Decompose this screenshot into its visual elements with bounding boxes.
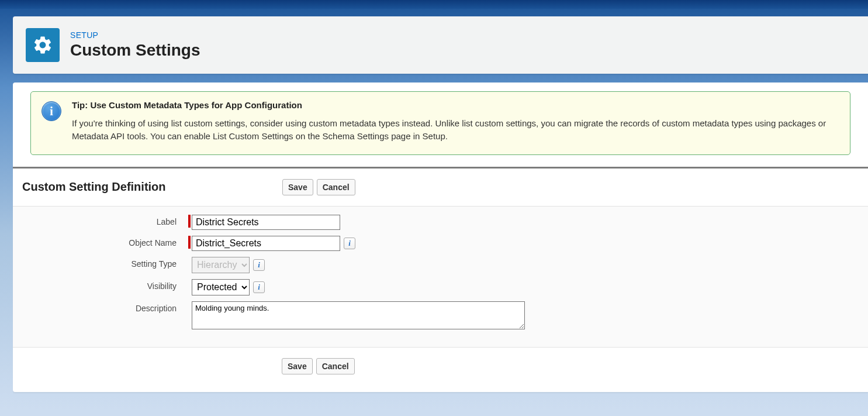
header-text: SETUP Custom Settings [70, 30, 200, 60]
description-textarea[interactable] [192, 301, 525, 329]
setting-type-select: Hierarchy [192, 257, 250, 273]
row-setting-type: Setting Type Hierarchy i [13, 257, 868, 273]
button-row-top: Save Cancel [282, 179, 355, 195]
row-visibility: Visibility Protected i [13, 279, 868, 295]
help-icon[interactable]: i [253, 281, 265, 293]
top-accent-bar [0, 0, 868, 9]
row-label: Label [13, 215, 868, 230]
object-name-input[interactable] [192, 236, 340, 251]
required-indicator [188, 215, 191, 228]
label-description: Description [13, 301, 188, 313]
app-frame: SETUP Custom Settings i Tip: Use Custom … [0, 0, 868, 416]
section-header: Custom Setting Definition Save Cancel [13, 169, 868, 207]
tip-body: If you're thinking of using list custom … [72, 117, 838, 143]
gear-icon [26, 28, 60, 62]
tip-title: Tip: Use Custom Metadata Types for App C… [72, 100, 838, 110]
button-row-bottom: Save Cancel [282, 358, 355, 374]
label-setting-type: Setting Type [13, 257, 188, 269]
cancel-button[interactable]: Cancel [316, 358, 355, 374]
footer-row: Save Cancel [13, 348, 868, 374]
form-area: Label Object Name i Setting Type [13, 207, 868, 348]
section-title: Custom Setting Definition [22, 180, 282, 194]
label-label: Label [13, 215, 188, 226]
info-icon: i [42, 101, 61, 121]
header-eyebrow: SETUP [70, 30, 200, 40]
page-title: Custom Settings [70, 41, 200, 60]
cancel-button[interactable]: Cancel [317, 179, 355, 195]
help-icon[interactable]: i [344, 238, 355, 249]
tip-banner: i Tip: Use Custom Metadata Types for App… [30, 91, 850, 155]
row-description: Description [13, 301, 868, 329]
label-input[interactable] [192, 215, 340, 230]
label-object-name: Object Name [13, 236, 188, 247]
save-button[interactable]: Save [282, 358, 313, 374]
label-visibility: Visibility [13, 279, 188, 291]
content-card: i Tip: Use Custom Metadata Types for App… [13, 82, 868, 392]
row-object-name: Object Name i [13, 236, 868, 251]
visibility-select[interactable]: Protected [192, 279, 250, 295]
page-header: SETUP Custom Settings [13, 16, 868, 74]
save-button[interactable]: Save [282, 179, 313, 195]
help-icon[interactable]: i [253, 259, 265, 271]
tip-content: Tip: Use Custom Metadata Types for App C… [72, 100, 838, 143]
required-indicator [188, 236, 191, 249]
